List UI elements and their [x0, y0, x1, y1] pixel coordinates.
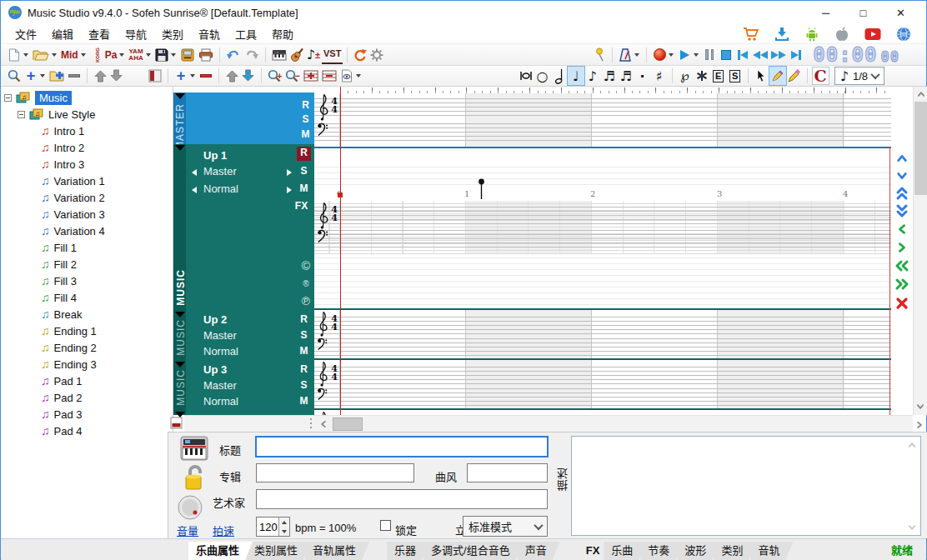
tab-track-props[interactable]: 音轨属性 [305, 542, 369, 560]
track-mode[interactable]: Normal [203, 395, 238, 408]
tree-item-intro-2[interactable]: ♫Intro 2 [1, 139, 173, 156]
track-mode[interactable]: Normal [203, 182, 238, 195]
collapse-track-icon[interactable] [175, 93, 185, 99]
pause-button[interactable] [701, 46, 718, 64]
pencil-tool-button[interactable] [769, 67, 786, 85]
tab-song-props[interactable]: 乐曲属性 [188, 542, 253, 560]
track-solo-button[interactable]: S [297, 329, 311, 341]
volume-knob-icon[interactable] [177, 494, 203, 521]
track-header-up2[interactable]: MUSIC Up 2 Master Normal R S M [173, 311, 314, 361]
grid-add-button[interactable] [302, 67, 320, 85]
add-track-dropdown[interactable] [190, 74, 195, 78]
tree-item-pad-1[interactable]: ♫Pad 1 [1, 372, 173, 389]
scroll-up-icon[interactable] [914, 87, 927, 101]
tree-item-intro-3[interactable]: ♫Intro 3 [1, 156, 173, 172]
vertical-scrollbar[interactable] [913, 87, 927, 415]
import-korg-dropdown[interactable] [119, 53, 124, 57]
play-button[interactable] [676, 46, 693, 64]
shop-cart-icon[interactable] [743, 27, 759, 42]
horizontal-scrollbar[interactable] [184, 415, 913, 432]
tree-item-ending-3[interactable]: ♫Ending 3 [1, 356, 173, 372]
master-record-button[interactable]: R [298, 99, 313, 111]
description-textarea[interactable] [571, 436, 921, 536]
tempo-stepper[interactable] [256, 517, 290, 537]
note-value-select[interactable]: ♪ 1/8 [834, 67, 884, 85]
print-button[interactable] [197, 46, 215, 64]
tree-item-fill-1[interactable]: ♫Fill 1 [1, 239, 173, 256]
tree-item-variation-1[interactable]: ♫Variation 1 [1, 172, 173, 189]
track-down-button[interactable] [240, 67, 257, 85]
collapse-track-icon[interactable] [175, 362, 185, 368]
track-mute-button[interactable]: M [297, 395, 311, 407]
nav-left-button[interactable] [894, 220, 910, 238]
scrollbar-thumb[interactable] [333, 418, 363, 431]
stereo-mode-select[interactable]: 标准模式 [463, 516, 548, 537]
eraser-tool-button[interactable] [786, 67, 803, 85]
open-file-dropdown[interactable] [52, 53, 57, 57]
import-midi-dropdown[interactable] [81, 53, 86, 57]
note-event[interactable] [478, 178, 486, 200]
lock-tempo-checkbox[interactable] [380, 520, 391, 531]
tempo-link[interactable]: 拍速 [213, 522, 234, 538]
track-mute-button[interactable]: M [297, 182, 311, 194]
tree-item-music[interactable]: Music [1, 89, 173, 106]
add-category-dropdown[interactable] [40, 74, 45, 78]
vst-plugins-button[interactable]: VST [322, 46, 343, 64]
new-file-button[interactable] [6, 46, 23, 64]
tab-sound[interactable]: 声音 [518, 542, 560, 560]
track-record-button[interactable]: R [297, 363, 311, 375]
transpose-button[interactable]: ♪± [305, 46, 322, 64]
media-library-button[interactable] [178, 46, 197, 64]
import-yamaha-button[interactable]: YAMAHA [127, 46, 144, 64]
menu-file[interactable]: 文件 [8, 24, 44, 43]
microphone-button[interactable] [591, 46, 608, 64]
collapse-icon[interactable] [18, 111, 25, 118]
track-bank[interactable]: Master [203, 165, 237, 178]
tree-item-pad-2[interactable]: ♫Pad 2 [1, 389, 173, 406]
undo-button[interactable] [224, 46, 243, 64]
record-button[interactable] [651, 46, 668, 64]
scroll-down-icon[interactable] [914, 400, 927, 414]
bank-next-icon[interactable] [287, 169, 292, 176]
tab-track[interactable]: 音轨 [750, 542, 793, 560]
note-thirtysecond-button[interactable]: ♬ [618, 67, 634, 85]
tempo-up-icon[interactable] [279, 518, 289, 527]
desc-scroll-down-icon[interactable] [907, 521, 917, 533]
nav-down-button[interactable] [893, 168, 911, 184]
tab-song[interactable]: 乐曲 [604, 542, 646, 560]
volume-link[interactable]: 音量 [177, 522, 198, 538]
add-category-button[interactable]: + [23, 67, 39, 85]
registered-icon[interactable]: ® [298, 279, 313, 288]
pedal-button[interactable]: ℘ [677, 67, 694, 85]
refresh-button[interactable] [352, 46, 368, 64]
tree-item-break[interactable]: ♫Break [1, 306, 173, 322]
metronome-button[interactable] [617, 46, 634, 64]
tree-item-live-style[interactable]: Live Style [1, 106, 173, 122]
move-down-button[interactable] [108, 67, 125, 85]
splitter-handle[interactable] [308, 418, 313, 431]
tempo-input[interactable] [257, 518, 278, 536]
apple-icon[interactable] [834, 27, 849, 42]
mode-next-icon[interactable] [287, 187, 292, 193]
master-mute-button[interactable]: M [298, 128, 313, 140]
fast-forward-button[interactable] [769, 46, 788, 64]
menu-help[interactable]: 帮助 [264, 24, 301, 43]
rewind-button[interactable] [751, 46, 769, 64]
menu-edit[interactable]: 编辑 [44, 24, 81, 43]
master-solo-button[interactable]: S [298, 113, 313, 125]
panel-toggle-button[interactable] [147, 67, 163, 85]
piano-keyboard-button[interactable] [270, 46, 288, 64]
grid-remove-button[interactable] [320, 67, 338, 85]
nav-end-button[interactable] [894, 275, 910, 293]
move-up-button[interactable] [92, 67, 108, 85]
album-input[interactable] [256, 463, 414, 482]
tree-item-intro-1[interactable]: ♫Intro 1 [1, 122, 173, 139]
mode-prev-icon[interactable] [192, 187, 197, 193]
collapse-icon[interactable] [4, 94, 12, 102]
notation-score-area[interactable]: 44 0 1 2 3 4 44 44 [314, 87, 891, 415]
play-dropdown[interactable] [694, 53, 699, 57]
remove-category-button[interactable] [66, 67, 83, 85]
track-record-button[interactable]: R [297, 313, 311, 325]
tree-item-pad-3[interactable]: ♫Pad 3 [1, 406, 173, 422]
nav-top-button[interactable] [893, 185, 911, 202]
